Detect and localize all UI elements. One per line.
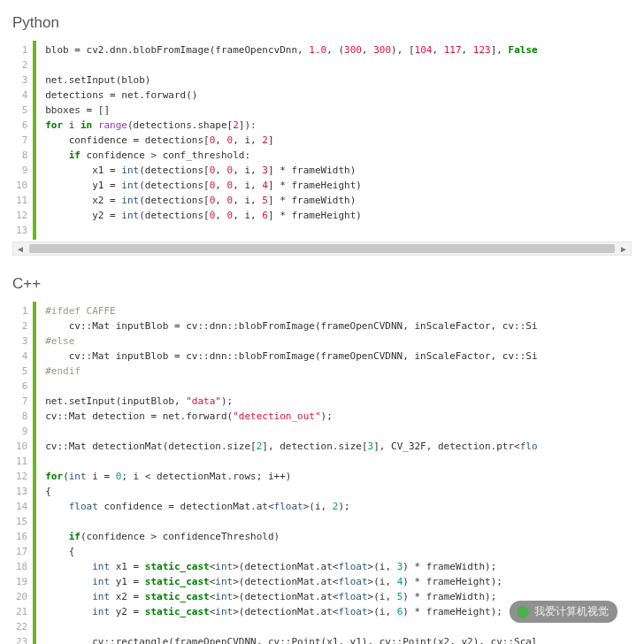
scroll-thumb[interactable] — [29, 244, 615, 253]
python-code-block: 1 2 3 4 5 6 7 8 9 10 11 12 13 blob = cv2… — [12, 41, 632, 240]
cpp-gutter: 1 2 3 4 5 6 7 8 9 10 11 12 13 14 15 16 1… — [12, 302, 36, 644]
scroll-right-icon[interactable]: ► — [617, 242, 631, 255]
wechat-icon — [517, 606, 529, 618]
cpp-code[interactable]: #ifdef CAFFE cv::Mat inputBlob = cv::dnn… — [36, 302, 632, 644]
python-code[interactable]: blob = cv2.dnn.blobFromImage(frameOpencv… — [36, 41, 632, 240]
section-title-cpp: C++ — [12, 275, 632, 293]
python-scrollbar[interactable]: ◄ ► — [12, 242, 632, 256]
watermark-text: 我爱计算机视觉 — [534, 604, 609, 619]
cpp-code-block: 1 2 3 4 5 6 7 8 9 10 11 12 13 14 15 16 1… — [12, 302, 632, 644]
watermark-badge: 我爱计算机视觉 — [510, 601, 617, 623]
python-gutter: 1 2 3 4 5 6 7 8 9 10 11 12 13 — [12, 41, 36, 240]
scroll-left-icon[interactable]: ◄ — [13, 242, 27, 255]
section-title-python: Python — [12, 14, 632, 32]
